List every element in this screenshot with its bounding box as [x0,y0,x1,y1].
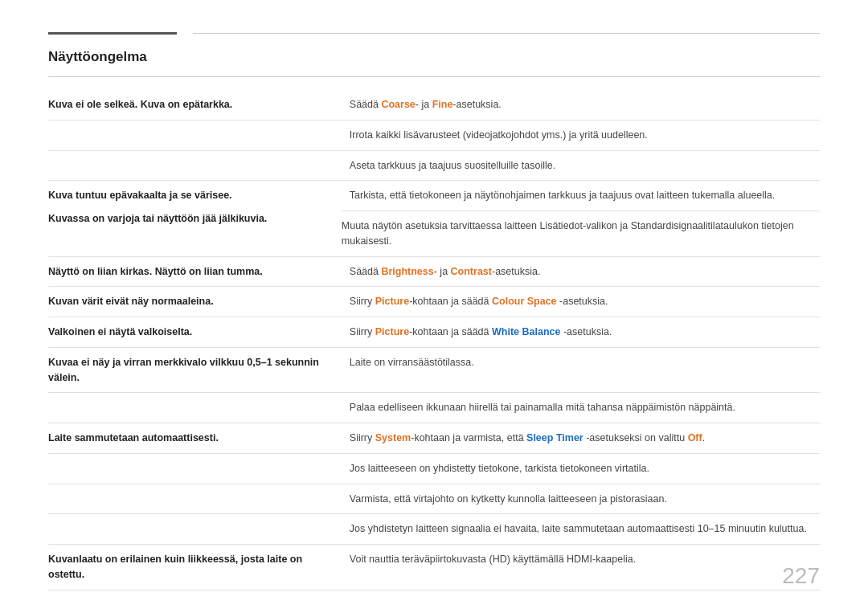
solution-text: Irrota kaikki lisävarusteet (videojatkoj… [342,120,820,150]
solution-text: Tarkista, että tietokoneen ja näytönohja… [342,181,820,211]
table-row: Näyttö on liian kirkas. Näyttö on liian … [48,256,820,287]
table-row: Aseta tarkkuus ja taajuus suositelluille… [48,150,820,181]
empty-cell [48,150,342,181]
colourspace-highlight: Colour Space [492,296,557,307]
sleeptimer-highlight: Sleep Timer [526,432,583,443]
problem-label: Kuvaa ei näy ja virran merkkivalo vilkku… [48,347,342,393]
table-row: Laite sammutetaan automaattisesti. Siirr… [48,423,820,454]
table-row: Palaa edelliseen ikkunaan hiirellä tai p… [48,393,820,423]
solution-text: Säädä Brightness- ja Contrast-asetuksia. [342,256,820,287]
content-table: Kuva ei ole selkeä. Kuva on epätarkka. S… [48,90,820,591]
table-row: Irrota kaikki lisävarusteet (videojatkoj… [48,120,820,150]
highlight: Coarse [381,99,415,110]
top-bar-right-line [193,33,820,34]
table-row: Varmista, että virtajohto on kytketty ku… [48,484,820,514]
picture-highlight2: Picture [375,326,409,337]
empty-cell [48,484,342,514]
section-divider [48,76,820,77]
empty-cell [48,453,342,484]
solution-text: Palaa edelliseen ikkunaan hiirellä tai p… [342,393,820,423]
table-row: Kuva ei ole selkeä. Kuva on epätarkka. S… [48,90,820,120]
solution-text: Siirry System-kohtaan ja varmista, että … [342,423,820,454]
solution-text: Muuta näytön asetuksia tarvittaessa lait… [342,211,820,257]
table-row: Kuva tuntuu epävakaalta ja se värisee. K… [48,181,820,211]
empty-cell [48,393,342,423]
section-title: Näyttöongelma [48,49,820,65]
table-row: Jos laitteeseen on yhdistetty tietokone,… [48,453,820,484]
problem-label: Kuvan värit eivät näy normaaleina. [48,287,342,317]
problem-label: Valkoinen ei näytä valkoiselta. [48,317,342,348]
contrast-highlight: Contrast [451,266,492,277]
brightness-highlight: Brightness [381,266,433,277]
table-row: Kuvan värit eivät näy normaaleina. Siirr… [48,287,820,317]
solution-text: Voit nauttia teräväpiirtokuvasta (HD) kä… [342,545,820,591]
solution-text: Säädä Coarse- ja Fine-asetuksia. [342,90,820,120]
problem-label: Kuvanlaatu on erilainen kuin liikkeessä,… [48,545,342,591]
top-bar [48,32,820,35]
table-row: Kuvanlaatu on erilainen kuin liikkeessä,… [48,545,820,591]
whitebalance-highlight: White Balance [492,326,560,337]
solution-text: Varmista, että virtajohto on kytketty ku… [342,484,820,514]
off-highlight: Off [688,432,702,443]
page-container: Näyttöongelma Kuva ei ole selkeä. Kuva o… [0,0,868,613]
problem-label: Kuva ei ole selkeä. Kuva on epätarkka. [48,90,342,120]
top-bar-left-accent [48,32,177,35]
solution-text: Jos yhdistetyn laitteen signaalia ei hav… [342,514,820,545]
solution-text: Siirry Picture-kohtaan ja säädä White Ba… [342,317,820,348]
highlight: Fine [432,99,453,110]
solution-text: Aseta tarkkuus ja taajuus suositelluille… [342,150,820,181]
empty-cell [48,120,342,150]
picture-highlight: Picture [375,296,409,307]
problem-label: Laite sammutetaan automaattisesti. [48,423,342,454]
page-number: 227 [782,563,820,589]
problem-label: Näyttö on liian kirkas. Näyttö on liian … [48,256,342,287]
solution-text: Laite on virransäästötilassa. [342,347,820,393]
table-row: Valkoinen ei näytä valkoiselta. Siirry P… [48,317,820,348]
table-row: Kuvaa ei näy ja virran merkkivalo vilkku… [48,347,820,393]
solution-text: Siirry Picture-kohtaan ja säädä Colour S… [342,287,820,317]
solution-text: Jos laitteeseen on yhdistetty tietokone,… [342,453,820,484]
table-row: Jos yhdistetyn laitteen signaalia ei hav… [48,514,820,545]
empty-cell [48,514,342,545]
system-highlight: System [375,432,411,443]
problem-label: Kuva tuntuu epävakaalta ja se värisee. K… [48,181,342,256]
